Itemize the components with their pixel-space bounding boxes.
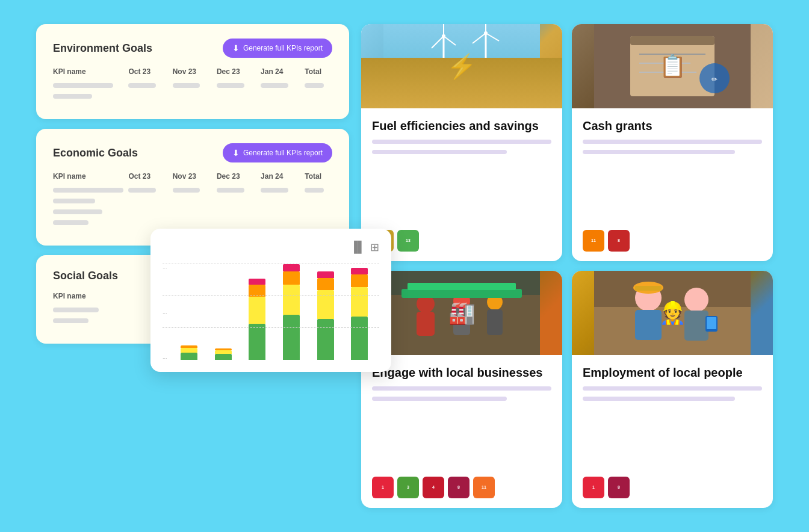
bar-segment-green xyxy=(317,319,334,360)
environment-goals-title: Environment Goals xyxy=(53,42,152,55)
grid-icon[interactable]: ⊞ xyxy=(370,241,379,254)
skeleton-bar xyxy=(217,83,244,88)
skeleton-bar xyxy=(305,188,324,193)
sdg-badge-1: 1 xyxy=(583,477,604,498)
sdg-badge-3: 3 xyxy=(397,477,419,498)
bar-stack xyxy=(283,264,300,360)
sdg-badges: 1 3 4 8 11 xyxy=(372,477,551,498)
desc-line xyxy=(372,150,507,154)
svg-rect-30 xyxy=(453,308,470,335)
skeleton-bar xyxy=(53,308,99,312)
y-label-top: ... xyxy=(163,264,167,270)
employment-card-title: Employment of local people xyxy=(583,365,762,380)
col-kpi-name: KPI name xyxy=(53,67,123,76)
svg-rect-2 xyxy=(389,75,534,78)
skeleton-bar xyxy=(53,199,95,203)
bar-chart-icon[interactable]: ▐▌ xyxy=(350,241,365,254)
bar-segment-green xyxy=(283,315,300,360)
employment-card-body: Employment of local people 1 8 xyxy=(572,355,773,508)
environment-goals-card: Environment Goals ⬇ Generate full KPIs r… xyxy=(36,24,349,119)
bar-stack xyxy=(249,279,265,360)
cash-card-title: Cash grants xyxy=(583,118,762,134)
svg-rect-33 xyxy=(401,289,522,298)
fuel-card-body: Fuel efficiencies and savings 12 13 xyxy=(361,108,562,261)
svg-rect-39 xyxy=(635,286,662,291)
generate-economic-report-button[interactable]: ⬇ Generate full KPIs report xyxy=(223,143,332,162)
sdg-badges: 12 13 xyxy=(372,230,551,252)
svg-rect-1 xyxy=(389,75,534,108)
bar-segment-orange xyxy=(351,274,368,287)
action-cards-grid: Fuel efficiencies and savings 12 13 xyxy=(361,24,773,508)
engage-businesses-card[interactable]: Engage with local businesses 1 3 4 8 xyxy=(361,271,562,508)
social-goals-title: Social Goals xyxy=(53,270,118,282)
col-oct23: Oct 23 xyxy=(128,172,167,181)
sdg-badges: 11 8 xyxy=(583,230,762,252)
skeleton-bar xyxy=(128,188,156,193)
col-nov23: Nov 23 xyxy=(173,172,212,181)
svg-line-3 xyxy=(389,75,534,108)
fuel-efficiencies-card[interactable]: Fuel efficiencies and savings 12 13 xyxy=(361,24,562,261)
bar-group-4 xyxy=(283,264,311,360)
skeleton-bar xyxy=(53,188,123,193)
bar-stack xyxy=(351,268,368,360)
generate-environment-label: Generate full KPIs report xyxy=(243,44,323,52)
bar-segment-yellow xyxy=(249,297,265,324)
cash-grants-card[interactable]: ✏ Cash grants 11 8 xyxy=(572,24,773,261)
chart-overlay: ▐▌ ⊞ ... ... ... xyxy=(150,229,391,372)
environment-table-header: KPI name Oct 23 Nov 23 Dec 23 Jan 24 Tot… xyxy=(53,67,332,76)
fuel-card-title: Fuel efficiencies and savings xyxy=(372,118,551,134)
bar-stack xyxy=(181,345,197,360)
desc-line xyxy=(372,397,507,401)
generate-economic-label: Generate full KPIs report xyxy=(243,149,323,157)
bar-segment-yellow xyxy=(351,287,368,317)
y-axis: ... ... ... xyxy=(163,264,167,360)
col-dec23: Dec 23 xyxy=(217,172,256,181)
bar-segment-pink xyxy=(317,271,334,278)
svg-rect-19 xyxy=(630,36,714,45)
engage-card-image xyxy=(361,271,562,355)
sdg-badge-8: 8 xyxy=(608,230,630,252)
employment-card[interactable]: Employment of local people 1 8 xyxy=(572,271,773,508)
generate-environment-report-button[interactable]: ⬇ Generate full KPIs report xyxy=(223,39,332,58)
bar-group-6 xyxy=(351,268,379,360)
y-label-mid: ... xyxy=(163,309,167,315)
sdg-badge-13: 13 xyxy=(397,230,419,252)
engage-card-title: Engage with local businesses xyxy=(372,365,551,380)
skeleton-bar xyxy=(53,83,113,88)
download-icon: ⬇ xyxy=(232,148,240,158)
skeleton-bar xyxy=(128,83,156,88)
chart-toolbar: ▐▌ ⊞ xyxy=(163,241,379,254)
table-row xyxy=(53,220,332,225)
sdg-badge-4: 4 xyxy=(423,477,444,498)
bar-segment-green xyxy=(249,324,265,360)
col-nov23: Nov 23 xyxy=(173,67,212,76)
desc-line xyxy=(583,386,762,391)
col-total: Total xyxy=(305,67,332,76)
bar-segment-yellow xyxy=(181,348,197,353)
sdg-badge-11: 11 xyxy=(473,477,495,498)
bar-segment-yellow xyxy=(317,290,334,319)
gridline xyxy=(163,327,379,328)
employment-card-image xyxy=(572,271,773,355)
desc-line xyxy=(583,397,735,401)
svg-rect-36 xyxy=(594,307,751,355)
gridline xyxy=(163,295,379,296)
economic-goals-card: Economic Goals ⬇ Generate full KPIs repo… xyxy=(36,129,349,246)
svg-text:✏: ✏ xyxy=(711,75,718,84)
svg-rect-42 xyxy=(684,311,708,341)
bar-segment-green xyxy=(181,353,197,360)
sdg-badges: 1 8 xyxy=(583,477,762,498)
chart-bars xyxy=(163,264,379,360)
sdg-badge-11: 11 xyxy=(583,230,604,252)
table-row xyxy=(53,188,332,193)
skeleton-bar xyxy=(305,83,324,88)
col-total: Total xyxy=(305,172,332,181)
bar-group-2 xyxy=(215,348,243,360)
sdg-badge-8: 8 xyxy=(448,477,470,498)
skeleton-bar xyxy=(53,318,88,323)
col-jan24: Jan 24 xyxy=(261,67,300,76)
skeleton-bar xyxy=(173,83,200,88)
svg-rect-0 xyxy=(383,24,540,108)
sdg-badge-8: 8 xyxy=(608,477,630,498)
bar-group-1 xyxy=(181,345,209,360)
